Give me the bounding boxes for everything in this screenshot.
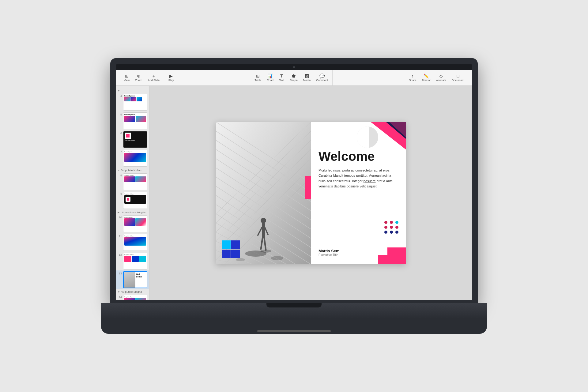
add-slide-label: Add Slide	[148, 79, 160, 82]
svg-rect-27	[262, 223, 265, 238]
slide-item-13[interactable]: 13 Welcome	[116, 270, 149, 289]
dot-1	[384, 221, 387, 224]
table-button[interactable]: ⊞ Table	[253, 73, 263, 83]
play-button[interactable]: ▶ Play	[167, 73, 176, 83]
zoom-button[interactable]: ⊕ Zoom	[133, 73, 144, 83]
document-label: Document	[452, 79, 464, 82]
author-name: Mattis Sem	[318, 249, 340, 253]
animate-button[interactable]: ◇ Animate	[434, 73, 448, 83]
document-icon: □	[457, 74, 459, 78]
shape-button[interactable]: ⬟ Shape	[288, 73, 300, 83]
dot-2	[390, 221, 393, 224]
play-label: Play	[168, 79, 174, 82]
chart-icon: 📊	[268, 74, 273, 78]
slide-title: Welcome	[318, 149, 398, 164]
slide-item-4[interactable]: 4 Fusce Egestas	[116, 93, 149, 111]
chart-button[interactable]: 📊 Chart	[265, 73, 275, 83]
animate-label: Animate	[436, 79, 446, 82]
author-title: Executive Title	[318, 253, 340, 257]
document-button[interactable]: □ Document	[450, 73, 466, 83]
dot-9	[395, 231, 398, 234]
svg-point-28	[261, 218, 266, 223]
slide-thumb-4: Fusce Egestas	[123, 94, 147, 111]
macbook-notch	[266, 303, 322, 307]
table-icon: ⊞	[256, 74, 260, 78]
dot-7	[384, 231, 387, 234]
animate-icon: ◇	[439, 74, 443, 78]
comment-button[interactable]: 💬 Comment	[314, 73, 330, 83]
slide-item-12[interactable]: 12 Vulputate Nullam	[116, 252, 149, 270]
text-label: Text	[279, 79, 284, 82]
slide-photo	[216, 122, 311, 264]
svg-point-33	[260, 250, 271, 253]
pink-strip	[305, 176, 311, 199]
play-icon: ▶	[169, 74, 173, 78]
slide-item-8[interactable]: 8 Vulputate Nullam	[116, 172, 149, 191]
view-label: View	[124, 79, 130, 82]
shape-label: Shape	[290, 79, 298, 82]
slide-thumb-11: Vulputate Nullam	[123, 234, 147, 251]
camera	[293, 66, 295, 68]
slide-author: Mattis Sem Executive Title	[318, 249, 340, 257]
slide-item-14[interactable]: 14 Vulputate Magna	[116, 294, 149, 300]
media-label: Media	[303, 79, 311, 82]
checker-cell-4	[231, 250, 240, 258]
comment-label: Comment	[316, 79, 328, 82]
svg-point-26	[236, 258, 245, 261]
insert-group: ⊞ Table 📊 Chart T Text ⬟	[251, 70, 333, 85]
checker-decoration	[222, 240, 240, 258]
dot-8	[390, 231, 393, 234]
screen-outer: ⊞ View ⊕ Zoom ＋ Add Slide	[110, 58, 478, 303]
add-slide-icon: ＋	[152, 74, 156, 78]
slide-thumb-6: Fusce Egestas	[123, 131, 147, 148]
checker-cell-2	[231, 240, 240, 249]
slides-panel[interactable]: ▼ 4 Fusce Egestas	[116, 86, 149, 300]
canvas-area[interactable]: Welcome Morbi leo risus, porta ac consec…	[149, 86, 472, 300]
chevron-down-icon: ▼	[118, 89, 120, 92]
slide-item-9[interactable]: 9 Vulputate Nullam	[116, 191, 149, 210]
slide-item-6[interactable]: 6 Fusce Egestas	[116, 130, 149, 149]
checker-grid	[222, 240, 240, 258]
play-group: ▶ Play	[164, 70, 179, 85]
group-collapse-8[interactable]: ▼ Vulputate Nullam	[116, 168, 149, 172]
slide-thumb-13: Welcome	[123, 271, 147, 288]
share-button[interactable]: ↑ Share	[407, 73, 418, 83]
main-area: ▼ 4 Fusce Egestas	[116, 86, 472, 300]
slide-item-5[interactable]: 5 Fusce Egestas	[116, 111, 149, 130]
slide-thumb-9: Vulputate Nullam	[123, 192, 147, 209]
checker-cell-3	[222, 250, 231, 258]
zoom-label: Zoom	[135, 79, 142, 82]
group-collapse-10[interactable]: ▶ Ultrices Fusce Fringilla	[116, 210, 149, 214]
media-button[interactable]: 🖼 Media	[301, 73, 313, 83]
slide-thumb-10: Fusce Egestas	[123, 215, 147, 232]
zoom-icon: ⊕	[137, 74, 141, 78]
slide-thumb-5: Fusce Egestas	[123, 112, 147, 129]
slide-right-content: Welcome Morbi leo risus, porta ac consec…	[311, 122, 406, 264]
share-icon: ↑	[412, 74, 414, 78]
text-button[interactable]: T Text	[277, 73, 286, 83]
view-button[interactable]: ⊞ View	[122, 73, 131, 83]
svg-point-25	[271, 256, 283, 260]
chevron-right-icon: ▶	[118, 211, 119, 214]
add-slide-button[interactable]: ＋ Add Slide	[146, 73, 161, 83]
chevron-down-icon-3: ▼	[118, 291, 120, 293]
format-button[interactable]: ✏️ Format	[420, 73, 432, 83]
screen-content: ⊞ View ⊕ Zoom ＋ Add Slide	[116, 70, 472, 300]
view-group: ⊞ View ⊕ Zoom ＋ Add Slide	[119, 70, 164, 85]
dot-5	[390, 226, 393, 229]
group-collapse-4[interactable]: ▼	[116, 88, 149, 93]
checker-cell-1	[222, 240, 231, 249]
right-group: ↑ Share ✏️ Format ◇ Animate □	[405, 70, 469, 85]
slide-item-10[interactable]: 10 Fusce Egestas	[116, 214, 149, 233]
slide-item-11[interactable]: 11 Vulputate Nullam	[116, 233, 149, 252]
slide-thumb-7: Fusce Egestas	[123, 150, 147, 167]
macbook-foot	[257, 330, 331, 332]
dot-3	[395, 221, 398, 224]
dots-decoration	[384, 221, 399, 234]
half-circle-decoration	[357, 126, 378, 148]
chart-label: Chart	[267, 79, 273, 82]
group-collapse-14[interactable]: ▼ Vulputate Magna	[116, 289, 149, 294]
view-icon: ⊞	[125, 74, 129, 78]
media-icon: 🖼	[305, 74, 309, 78]
slide-item-7[interactable]: 7 Fusce Egestas	[116, 149, 149, 168]
